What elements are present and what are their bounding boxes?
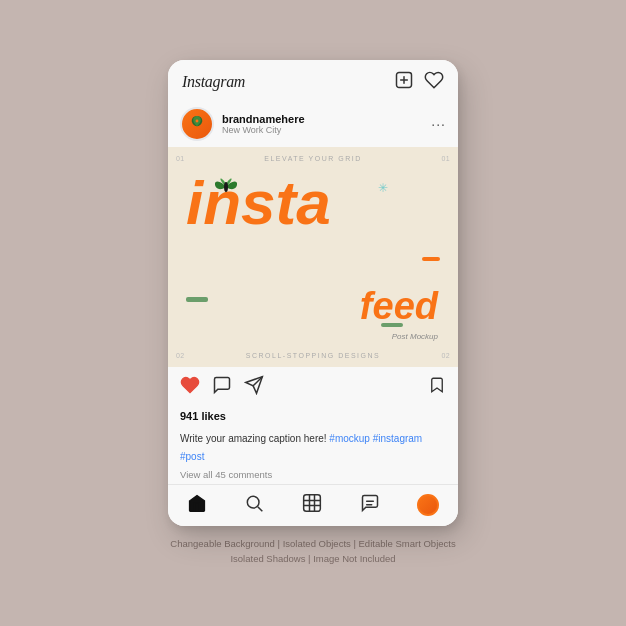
post-top-label: ELEVATE YOUR GRID bbox=[264, 155, 361, 162]
insta-big-text: Insta bbox=[186, 177, 331, 230]
nav-reels-icon[interactable] bbox=[302, 493, 322, 518]
caption-body: Write your amazing caption here! bbox=[180, 433, 327, 444]
caption-text: Write your amazing caption here! #mockup… bbox=[180, 433, 422, 462]
avatar bbox=[180, 107, 214, 141]
butterfly-decoration bbox=[210, 173, 242, 208]
user-info: brandnamehere New Work City bbox=[180, 107, 305, 141]
header-icons bbox=[394, 70, 444, 95]
corner-bl: 02 bbox=[176, 352, 184, 359]
svg-rect-9 bbox=[304, 494, 321, 511]
star-decoration: ✳ bbox=[378, 181, 388, 195]
view-comments[interactable]: View all 45 comments bbox=[168, 468, 458, 484]
instagram-header: Instagram bbox=[168, 60, 458, 101]
post-header: brandnamehere New Work City ··· bbox=[168, 101, 458, 147]
caption-section: Write your amazing caption here! #mockup… bbox=[168, 426, 458, 468]
svg-point-7 bbox=[248, 496, 260, 508]
nav-home-icon[interactable] bbox=[187, 493, 207, 518]
likes-section: 941 likes bbox=[168, 404, 458, 426]
corner-tr: 01 bbox=[442, 155, 450, 162]
add-icon[interactable] bbox=[394, 70, 414, 95]
footer-text: Changeable Background | Isolated Objects… bbox=[170, 536, 455, 566]
nav-profile-avatar[interactable] bbox=[417, 494, 439, 516]
footer-line2: Isolated Shadows | Image Not Included bbox=[170, 551, 455, 566]
corner-tl: 01 bbox=[176, 155, 184, 162]
post-username: brandnamehere bbox=[222, 113, 305, 125]
likes-count: 941 likes bbox=[180, 410, 226, 422]
instagram-mockup-card: Instagram bbox=[168, 60, 458, 526]
post-image: 01 01 02 02 ELEVATE YOUR GRID SCROLL-STO… bbox=[168, 147, 458, 367]
nav-messenger-icon[interactable] bbox=[360, 493, 380, 518]
comment-icon[interactable] bbox=[212, 375, 232, 400]
rect-decoration-3 bbox=[381, 323, 403, 327]
post-location: New Work City bbox=[222, 125, 305, 135]
svg-point-4 bbox=[224, 182, 228, 192]
rect-decoration-1 bbox=[186, 297, 208, 302]
feed-text: feed bbox=[360, 287, 438, 325]
svg-point-3 bbox=[196, 119, 199, 122]
footer-line1: Changeable Background | Isolated Objects… bbox=[170, 536, 455, 551]
svg-line-8 bbox=[258, 507, 263, 512]
bottom-nav bbox=[168, 484, 458, 526]
like-icon[interactable] bbox=[180, 375, 200, 400]
post-bottom-label: SCROLL-STOPPING DESIGNS bbox=[246, 352, 380, 359]
action-left-icons bbox=[180, 375, 264, 400]
page-wrapper: Instagram bbox=[168, 60, 458, 566]
bookmark-icon[interactable] bbox=[428, 375, 446, 400]
instagram-logo: Instagram bbox=[182, 73, 245, 91]
rect-decoration-2 bbox=[422, 257, 440, 261]
post-mockup-label: Post Mockup bbox=[392, 332, 438, 341]
nav-search-icon[interactable] bbox=[244, 493, 264, 518]
action-bar bbox=[168, 367, 458, 404]
heart-outline-icon[interactable] bbox=[424, 70, 444, 95]
share-icon[interactable] bbox=[244, 375, 264, 400]
post-more-button[interactable]: ··· bbox=[431, 116, 446, 132]
insta-text-block: Insta bbox=[186, 177, 331, 230]
corner-br: 02 bbox=[442, 352, 450, 359]
